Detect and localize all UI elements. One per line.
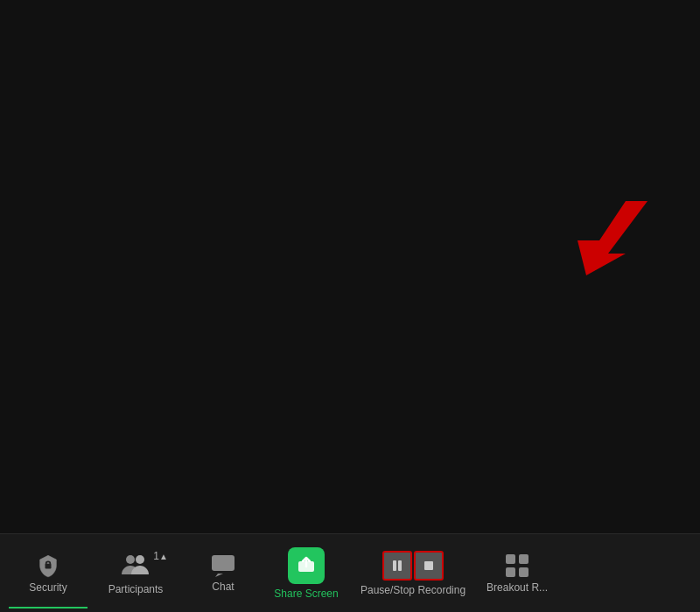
- security-button[interactable]: Security: [9, 539, 88, 609]
- share-screen-button[interactable]: Share Screen: [262, 539, 350, 609]
- breakout-rooms-icon: [505, 553, 529, 578]
- share-screen-icon: [297, 556, 316, 575]
- security-underline: [9, 607, 88, 609]
- stop-button[interactable]: [414, 551, 444, 581]
- pause-stop-recording-label: Pause/Stop Recording: [360, 584, 466, 596]
- pause-icon: [390, 559, 404, 573]
- breakout-rooms-button[interactable]: Breakout R...: [476, 539, 558, 609]
- svg-rect-5: [212, 555, 234, 571]
- recording-controls: [382, 551, 444, 581]
- shield-icon: [36, 553, 60, 578]
- chat-button[interactable]: Chat: [184, 539, 262, 609]
- svg-point-3: [126, 555, 135, 564]
- participants-chevron: ▲: [159, 552, 168, 561]
- svg-rect-7: [393, 560, 396, 571]
- chat-icon: [211, 554, 235, 577]
- share-screen-icon-bg: [288, 547, 325, 584]
- stop-icon: [422, 559, 436, 573]
- svg-rect-10: [506, 554, 515, 564]
- chat-label: Chat: [212, 581, 234, 593]
- svg-rect-12: [506, 567, 515, 577]
- participants-button[interactable]: 1 ▲ Participants: [88, 539, 184, 609]
- svg-rect-8: [398, 560, 402, 571]
- participants-badge: 1: [153, 550, 159, 562]
- participants-icon: [119, 552, 152, 576]
- toolbar: Security 1 ▲ Participants Chat: [0, 533, 700, 612]
- svg-point-4: [136, 555, 144, 564]
- svg-rect-11: [519, 554, 528, 564]
- pause-button[interactable]: [382, 551, 412, 581]
- svg-rect-9: [424, 561, 433, 570]
- security-label: Security: [29, 581, 66, 594]
- share-screen-label: Share Screen: [274, 588, 338, 600]
- annotation-arrow: [551, 192, 639, 271]
- participants-label: Participants: [108, 583, 164, 595]
- svg-marker-0: [578, 201, 648, 275]
- svg-rect-13: [519, 567, 528, 577]
- pause-stop-recording-button[interactable]: Pause/Stop Recording: [350, 539, 476, 609]
- breakout-rooms-label: Breakout R...: [486, 581, 548, 594]
